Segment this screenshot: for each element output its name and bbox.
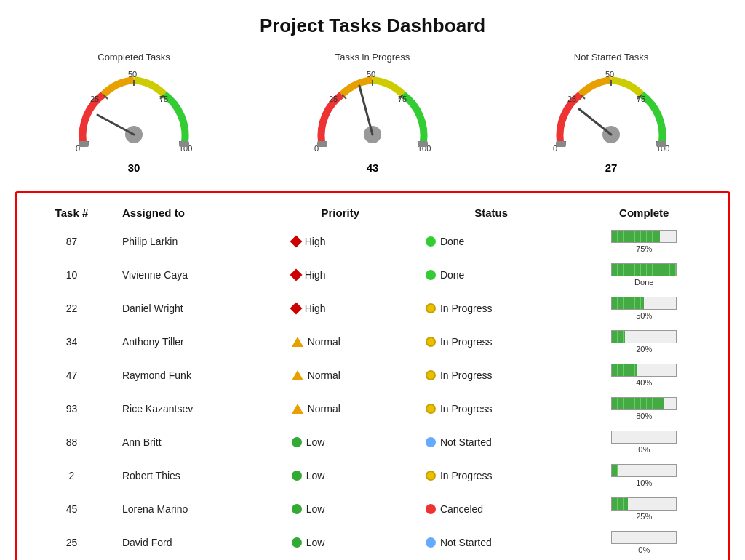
status-dot-icon (426, 404, 436, 414)
circle-icon (292, 504, 302, 514)
cell-assigned: Daniel Wright (115, 292, 270, 325)
status-dot-icon (426, 270, 436, 280)
gauges-section: Completed Tasks 0 50 (15, 52, 730, 174)
cell-task-num: 2 (28, 459, 115, 492)
cell-assigned: Vivienne Caya (115, 258, 270, 292)
cell-complete: 80% (571, 392, 717, 425)
progress-label: 10% (636, 479, 652, 487)
progress-bar (611, 464, 677, 477)
col-header-assigned: Assigned to (115, 201, 270, 225)
svg-rect-27 (418, 141, 428, 147)
priority-label: Normal (308, 403, 340, 415)
triangle-icon (292, 404, 303, 414)
table-row: 47Raymond FunkNormalIn Progress40% (28, 359, 717, 392)
svg-text:25: 25 (329, 95, 338, 103)
cell-priority: High (270, 225, 411, 258)
svg-text:50: 50 (367, 70, 375, 79)
status-label: Canceled (440, 503, 483, 515)
svg-line-39 (579, 109, 611, 135)
status-label: Not Started (440, 436, 492, 448)
cell-complete: 0% (571, 425, 717, 459)
progress-label: 40% (636, 378, 652, 387)
cell-task-num: 25 (28, 526, 115, 559)
priority-label: Normal (308, 336, 340, 348)
priority-label: Low (306, 503, 325, 515)
cell-complete: 25% (571, 492, 717, 526)
cell-complete: 75% (571, 225, 717, 258)
priority-label: Low (306, 470, 325, 481)
svg-rect-13 (179, 141, 189, 147)
status-dot-icon (426, 303, 436, 313)
status-label: In Progress (440, 403, 493, 415)
progress-bar (611, 531, 677, 544)
table-row: 22Daniel WrightHighIn Progress50% (28, 292, 717, 325)
cell-assigned: Raymond Funk (115, 359, 270, 392)
cell-priority: Normal (270, 325, 411, 359)
progress-bar (611, 330, 677, 343)
priority-label: Normal (308, 369, 340, 381)
circle-icon (292, 471, 302, 481)
cell-assigned: Philip Larkin (115, 225, 270, 258)
progress-fill (612, 231, 660, 242)
svg-text:25: 25 (567, 95, 576, 103)
cell-assigned: Lorena Marino (115, 492, 270, 526)
progress-label: 80% (636, 412, 652, 420)
svg-text:50: 50 (605, 70, 614, 79)
table-row: 87Philip LarkinHighDone75% (28, 225, 717, 258)
cell-task-num: 10 (28, 258, 115, 292)
cell-status: Canceled (411, 492, 572, 526)
cell-complete: 40% (571, 359, 717, 392)
tasks-table-wrapper: Task # Assigned to Priority Status Compl… (15, 191, 730, 560)
gauge-in-progress-value: 43 (367, 161, 379, 174)
gauge-in-progress-label: Tasks in Progress (335, 52, 410, 63)
progress-label: 20% (636, 345, 652, 353)
cell-assigned: Anthony Tiller (115, 325, 270, 359)
status-dot-icon (426, 370, 436, 380)
progress-fill (612, 465, 618, 476)
svg-rect-26 (317, 141, 327, 147)
cell-status: Not Started (411, 526, 572, 559)
priority-label: High (305, 269, 326, 281)
svg-text:75: 75 (398, 95, 407, 103)
progress-label: Done (634, 278, 653, 287)
status-label: In Progress (440, 470, 493, 481)
circle-icon (292, 437, 302, 447)
progress-bar (611, 230, 677, 243)
status-label: Done (440, 269, 464, 281)
priority-label: High (305, 236, 326, 247)
cell-complete: 50% (571, 292, 717, 325)
progress-fill (612, 364, 637, 376)
cell-status: In Progress (411, 459, 572, 492)
cell-priority: Low (270, 526, 411, 559)
gauge-not-started-label: Not Started Tasks (574, 52, 648, 63)
gauge-completed-value: 30 (128, 161, 140, 174)
circle-icon (292, 537, 302, 548)
table-row: 10Vivienne CayaHighDoneDone (28, 258, 717, 292)
triangle-icon (292, 337, 303, 347)
table-row: 45Lorena MarinoLowCanceled25% (28, 492, 717, 526)
cell-assigned: Rice Kazantsev (115, 392, 270, 425)
status-label: In Progress (440, 369, 493, 381)
progress-label: 75% (636, 244, 652, 253)
progress-fill (612, 331, 625, 343)
cell-priority: Normal (270, 359, 411, 392)
progress-fill (612, 297, 644, 309)
cell-task-num: 34 (28, 325, 115, 359)
status-dot-icon (426, 471, 436, 481)
gauge-in-progress: Tasks in Progress 0 50 100 25 75 (300, 52, 445, 174)
progress-label: 25% (636, 512, 652, 521)
svg-rect-12 (79, 141, 89, 147)
progress-bar (611, 297, 677, 310)
progress-bar (611, 431, 677, 444)
col-header-complete: Complete (571, 201, 717, 225)
cell-complete: 10% (571, 459, 717, 492)
diamond-icon (290, 236, 302, 248)
progress-fill (612, 398, 663, 409)
cell-assigned: Ann Britt (115, 425, 270, 459)
triangle-icon (292, 370, 303, 380)
cell-priority: Low (270, 459, 411, 492)
status-dot-icon (426, 537, 436, 548)
cell-complete: Done (571, 258, 717, 292)
cell-status: In Progress (411, 292, 572, 325)
svg-text:75: 75 (637, 95, 645, 103)
